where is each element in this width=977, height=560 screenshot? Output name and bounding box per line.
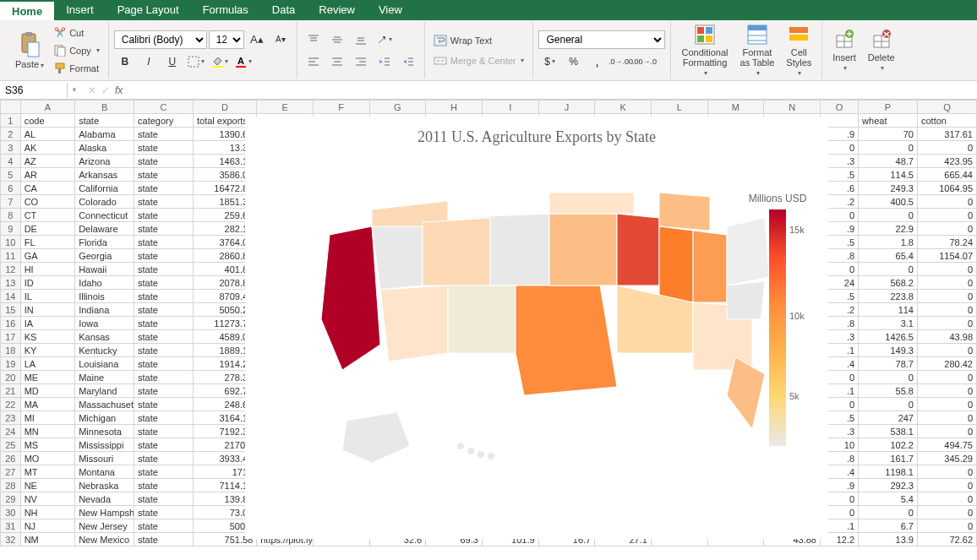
cell-K1[interactable] bbox=[595, 114, 652, 128]
cell-N19[interactable] bbox=[764, 357, 821, 371]
cell-O9[interactable]: .9 bbox=[820, 222, 858, 236]
cell-P24[interactable]: 538.1 bbox=[859, 425, 918, 438]
cell-I13[interactable] bbox=[482, 276, 538, 290]
cell-P4[interactable]: 48.7 bbox=[859, 155, 918, 168]
cell-F29[interactable] bbox=[313, 492, 369, 506]
cell-M16[interactable] bbox=[707, 317, 764, 330]
cell-D9[interactable]: 282.19 bbox=[193, 222, 256, 236]
cell-K20[interactable] bbox=[595, 371, 652, 384]
col-header-N[interactable]: N bbox=[764, 101, 821, 114]
copy-button[interactable]: Copy bbox=[51, 42, 103, 59]
cell-A5[interactable]: AR bbox=[20, 168, 75, 182]
cell-H26[interactable] bbox=[426, 452, 483, 465]
merge-center-button[interactable]: Merge & Center bbox=[430, 52, 528, 69]
cell-L15[interactable] bbox=[651, 303, 707, 317]
cell-D27[interactable]: 1718 bbox=[193, 465, 256, 479]
cell-G3[interactable] bbox=[369, 141, 426, 155]
cell-C6[interactable]: state bbox=[134, 182, 194, 195]
cell-Q27[interactable]: 0 bbox=[917, 465, 976, 479]
cell-P3[interactable]: 0 bbox=[859, 141, 918, 155]
cell-C23[interactable]: state bbox=[134, 411, 194, 425]
cell-H15[interactable] bbox=[426, 303, 483, 317]
cell-O8[interactable]: 0 bbox=[820, 209, 858, 222]
font-size-select[interactable]: 12 bbox=[209, 30, 244, 49]
cell-J30[interactable] bbox=[538, 506, 595, 519]
align-left-button[interactable] bbox=[303, 52, 325, 71]
cell-Q14[interactable]: 0 bbox=[917, 290, 976, 303]
cell-O29[interactable]: 0 bbox=[820, 492, 858, 506]
cell-A6[interactable]: CA bbox=[20, 182, 75, 195]
row-header-15[interactable]: 15 bbox=[1, 303, 21, 317]
cell-H10[interactable] bbox=[426, 236, 483, 249]
cell-Q29[interactable]: 0 bbox=[917, 492, 976, 506]
cell-D24[interactable]: 7192.33 bbox=[193, 425, 256, 438]
cell-A30[interactable]: NH bbox=[20, 506, 75, 519]
cell-B31[interactable]: New Jersey bbox=[75, 519, 134, 533]
cell-H30[interactable] bbox=[426, 506, 483, 519]
cell-E32[interactable]: https://plot.ly/~Dreamshot/6649/_2011-us… bbox=[257, 533, 314, 546]
row-header-2[interactable]: 2 bbox=[1, 128, 21, 141]
cell-N2[interactable] bbox=[764, 128, 821, 141]
cell-F21[interactable] bbox=[313, 384, 369, 398]
cell-J6[interactable] bbox=[538, 182, 595, 195]
cell-B15[interactable]: Indiana bbox=[75, 303, 134, 317]
cell-P13[interactable]: 568.2 bbox=[859, 276, 918, 290]
cell-P26[interactable]: 161.7 bbox=[859, 452, 918, 465]
cell-H27[interactable] bbox=[426, 465, 483, 479]
cell-I30[interactable] bbox=[482, 506, 538, 519]
cell-Q10[interactable]: 78.24 bbox=[917, 236, 976, 249]
col-header-L[interactable]: L bbox=[651, 101, 707, 114]
cell-D21[interactable]: 692.75 bbox=[193, 384, 256, 398]
cell-P8[interactable]: 0 bbox=[859, 209, 918, 222]
cell-I14[interactable] bbox=[482, 290, 538, 303]
cell-N32[interactable]: 43.88 bbox=[764, 533, 821, 546]
cell-N29[interactable] bbox=[764, 492, 821, 506]
cell-J2[interactable] bbox=[538, 128, 595, 141]
col-header-E[interactable]: E bbox=[257, 101, 314, 114]
cell-E18[interactable] bbox=[257, 344, 314, 357]
cell-H22[interactable] bbox=[426, 398, 483, 411]
cell-O20[interactable]: 0 bbox=[820, 371, 858, 384]
cell-I5[interactable] bbox=[482, 168, 538, 182]
row-header-3[interactable]: 3 bbox=[1, 141, 21, 155]
cell-N21[interactable] bbox=[764, 384, 821, 398]
cell-B5[interactable]: Arkansas bbox=[75, 168, 134, 182]
cell-A7[interactable]: CO bbox=[20, 195, 75, 209]
cell-D1[interactable]: total exports bbox=[193, 114, 256, 128]
cell-J25[interactable] bbox=[538, 438, 595, 452]
cell-E30[interactable] bbox=[257, 506, 314, 519]
cell-M11[interactable] bbox=[707, 249, 764, 263]
cell-K11[interactable] bbox=[595, 249, 652, 263]
cell-P5[interactable]: 114.5 bbox=[859, 168, 918, 182]
cell-I28[interactable] bbox=[482, 479, 538, 492]
row-header-13[interactable]: 13 bbox=[1, 276, 21, 290]
cell-B1[interactable]: state bbox=[75, 114, 134, 128]
cell-M3[interactable] bbox=[707, 141, 764, 155]
cell-C29[interactable]: state bbox=[134, 492, 194, 506]
cell-K15[interactable] bbox=[595, 303, 652, 317]
tab-formulas[interactable]: Formulas bbox=[191, 0, 260, 20]
cell-P1[interactable]: wheat bbox=[859, 114, 918, 128]
cell-P32[interactable]: 13.9 bbox=[859, 533, 918, 546]
cell-C27[interactable]: state bbox=[134, 465, 194, 479]
cell-K13[interactable] bbox=[595, 276, 652, 290]
cell-H28[interactable] bbox=[426, 479, 483, 492]
cell-B21[interactable]: Maryland bbox=[75, 384, 134, 398]
cell-J16[interactable] bbox=[538, 317, 595, 330]
row-header-11[interactable]: 11 bbox=[1, 249, 21, 263]
cell-L16[interactable] bbox=[651, 317, 707, 330]
cell-G12[interactable] bbox=[369, 263, 426, 276]
cell-I32[interactable]: 101.9 bbox=[482, 533, 538, 546]
cell-O12[interactable]: 0 bbox=[820, 263, 858, 276]
cell-P25[interactable]: 102.2 bbox=[859, 438, 918, 452]
cell-P23[interactable]: 247 bbox=[859, 411, 918, 425]
italic-button[interactable]: I bbox=[138, 52, 160, 71]
cell-B22[interactable]: Massachuset bbox=[75, 398, 134, 411]
format-painter-button[interactable]: Format bbox=[51, 60, 103, 77]
cell-F25[interactable] bbox=[313, 438, 369, 452]
cell-C3[interactable]: state bbox=[134, 141, 194, 155]
row-header-18[interactable]: 18 bbox=[1, 344, 21, 357]
cell-N28[interactable] bbox=[764, 479, 821, 492]
cell-M24[interactable] bbox=[707, 425, 764, 438]
cell-J3[interactable] bbox=[538, 141, 595, 155]
